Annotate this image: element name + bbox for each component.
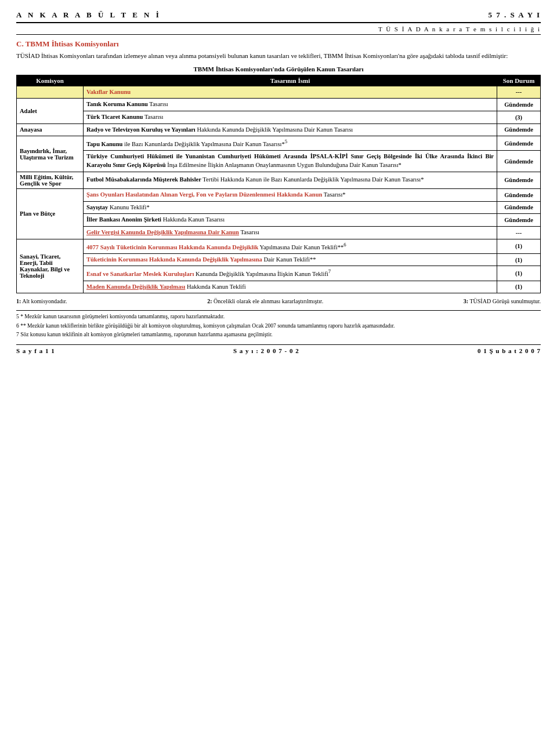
durum-cell: (1): [497, 239, 541, 253]
durum-cell: ---: [497, 86, 541, 99]
tasari-bold: Futbol Müsabakalarında Müşterek Bahisler: [86, 176, 201, 183]
durum-cell: (1): [497, 281, 541, 293]
legend-text3: TÜSİAD Görüşü sunulmuştur.: [469, 298, 541, 304]
table-row: Vakıflar Kanunu ---: [17, 86, 541, 99]
durum-cell: Gündemde: [497, 188, 541, 201]
tasari-cell: Türk Ticaret Kanunu Tasarısı: [84, 111, 497, 123]
table-row: Plan ve Bütçe Şans Oyunları Hasılatından…: [17, 188, 541, 201]
legend-item1: 1: Alt komisyondadır.: [16, 298, 67, 304]
col-komisyon: Komisyon: [17, 75, 84, 86]
vakiflar-label: Vakıflar Kanunu: [86, 89, 131, 95]
tasari-red: Şans Oyunları Hasılatından Alınan Vergi,…: [86, 191, 322, 198]
sub-header: T Ü S İ A D A n k a r a T e m s i l c i …: [16, 26, 541, 35]
tasari-bold: Radyo ve Televizyon Kuruluş ve Yayınları: [86, 126, 196, 133]
tasari-cell: Futbol Müsabakalarında Müşterek Bahisler…: [84, 172, 497, 188]
legend-text1: Alt komisyondadır.: [22, 298, 67, 304]
table-row: Milli Eğitim, Kültür, Gençlik ve Spor Fu…: [17, 172, 541, 188]
table-row: Sayıştay Kanunu Teklifi* Gündemde: [17, 201, 541, 214]
footer-left: S a y f a 1 1: [16, 347, 55, 354]
table-row: Adalet Tanık Koruma Kanunu Tasarısı Günd…: [17, 99, 541, 111]
durum-cell: Gündemde: [497, 136, 541, 151]
legend-num2: 2:: [207, 298, 212, 304]
main-table: Komisyon Tasarının İsmi Son Durum Vakıfl…: [16, 75, 541, 294]
top-header: A N K A R A B Ü L T E N İ 5 7 . S A Y I: [16, 10, 541, 23]
table-row: Anayasa Radyo ve Televizyon Kuruluş ve Y…: [17, 123, 541, 136]
tasari-cell: 4077 Sayılı Tüketicinin Korunması Hakkın…: [84, 239, 497, 253]
tasari-red-underline: Gelir Vergisi Kanunda Değişiklik Yapılma…: [86, 229, 239, 235]
footer-center: S a y ı : 2 0 0 7 - 0 2: [233, 347, 299, 354]
tasari-cell: Maden Kanunda Değişiklik Yapılması Hakkı…: [84, 281, 497, 293]
legend-item2: 2: Öncelikli olarak ele alınması kararla…: [207, 298, 323, 304]
footnotes: 5 * Mezkûr kanun tasarısının görüşmeleri…: [16, 310, 541, 339]
table-row: Gelir Vergisi Kanunda Değişiklik Yapılma…: [17, 226, 541, 239]
footer-right: 0 1 Ş u b a t 2 0 0 7: [478, 347, 541, 354]
tasari-red: Tüketicinin Korunması Hakkında Kanunda D…: [86, 256, 262, 263]
table-row: Esnaf ve Sanatkarlar Meslek Kuruluşları …: [17, 266, 541, 281]
komisyon-cell: Adalet: [17, 99, 84, 123]
table-row: Sanayi, Ticaret, Enerji, Tabii Kaynaklar…: [17, 239, 541, 253]
tasari-red: 4077 Sayılı Tüketicinin Korunması Hakkın…: [86, 243, 258, 250]
table-row: Türkiye Cumhuriyeti Hükümeti ile Yunanis…: [17, 151, 541, 172]
tasari-bold: İller Bankası Anonim Şirketi: [86, 216, 161, 223]
section-title: C. TBMM İhtisas Komisyonları: [16, 39, 541, 49]
durum-cell: Gündemde: [497, 201, 541, 214]
durum-cell: Gündemde: [497, 214, 541, 227]
legend-item3: 3: TÜSİAD Görüşü sunulmuştur.: [464, 298, 541, 304]
tasari-red: Esnaf ve Sanatkarlar Meslek Kuruluşları: [86, 271, 194, 277]
tasari-cell: Gelir Vergisi Kanunda Değişiklik Yapılma…: [84, 226, 497, 239]
tasari-cell: Tanık Koruma Kanunu Tasarısı: [84, 99, 497, 111]
tasari-bold: Sayıştay: [86, 204, 108, 210]
tasari-cell: İller Bankası Anonim Şirketi Hakkında Ka…: [84, 214, 497, 227]
table-title: TBMM İhtisas Komisyonları'nda Görüşülen …: [16, 66, 541, 72]
tasari-cell: Vakıflar Kanunu: [84, 86, 497, 99]
tasari-bold: Tanık Koruma Kanunu: [86, 101, 148, 107]
tasari-cell: Esnaf ve Sanatkarlar Meslek Kuruluşları …: [84, 266, 497, 281]
footnote-6: 6 ** Mezkûr kanun tekliflerinin birlikte…: [16, 322, 541, 330]
tasari-cell: Şans Oyunları Hasılatından Alınan Vergi,…: [84, 188, 497, 201]
komisyon-cell: [17, 86, 84, 99]
tasari-bold: Türk Ticaret Kanunu: [86, 114, 143, 120]
komisyon-cell: Plan ve Bütçe: [17, 188, 84, 239]
durum-cell: Gündemde: [497, 99, 541, 111]
durum-cell: Gündemde: [497, 172, 541, 188]
durum-cell: Gündemde: [497, 151, 541, 172]
legend-num1: 1:: [16, 298, 21, 304]
col-durum: Son Durum: [497, 75, 541, 86]
table-row: Tüketicinin Korunması Hakkında Kanunda D…: [17, 253, 541, 266]
page: A N K A R A B Ü L T E N İ 5 7 . S A Y I …: [0, 0, 557, 756]
footnote-5: 5 * Mezkûr kanun tasarısının görüşmeleri…: [16, 313, 541, 321]
tasari-cell: Sayıştay Kanunu Teklifi*: [84, 201, 497, 214]
tasari-bold: Tapu Kanunu: [86, 141, 122, 147]
table-row: İller Bankası Anonim Şirketi Hakkında Ka…: [17, 214, 541, 227]
table-header-row: Komisyon Tasarının İsmi Son Durum: [17, 75, 541, 86]
tasari-cell: Tüketicinin Korunması Hakkında Kanunda D…: [84, 253, 497, 266]
durum-cell: (1): [497, 253, 541, 266]
footnote-7: 7 Söz konusu kanun teklifinin alt komisy…: [16, 331, 541, 339]
tasari-cell: Radyo ve Televizyon Kuruluş ve Yayınları…: [84, 123, 497, 136]
komisyon-cell: Anayasa: [17, 123, 84, 136]
table-row: Maden Kanunda Değişiklik Yapılması Hakkı…: [17, 281, 541, 293]
table-row: Bayındırlık, İmar, Ulaştırma ve Turizm T…: [17, 136, 541, 151]
durum-cell: (1): [497, 266, 541, 281]
durum-cell: Gündemde: [497, 123, 541, 136]
legend: 1: Alt komisyondadır. 2: Öncelikli olara…: [16, 298, 541, 304]
durum-cell: ---: [497, 226, 541, 239]
tasari-bold: Türkiye Cumhuriyeti Hükümeti ile Yunanis…: [86, 153, 494, 168]
komisyon-cell: Milli Eğitim, Kültür, Gençlik ve Spor: [17, 172, 84, 188]
bottom-footer: S a y f a 1 1 S a y ı : 2 0 0 7 - 0 2 0 …: [16, 344, 541, 354]
tasari-cell: Tapu Kanunu ile Bazı Kanunlarda Değişikl…: [84, 136, 497, 151]
tasari-cell: Türkiye Cumhuriyeti Hükümeti ile Yunanis…: [84, 151, 497, 172]
durum-cell: (3): [497, 111, 541, 123]
komisyon-cell: Sanayi, Ticaret, Enerji, Tabii Kaynaklar…: [17, 239, 84, 293]
intro-text: TÜSİAD İhtisas Komisyonları tarafından i…: [16, 51, 541, 61]
legend-num3: 3:: [464, 298, 468, 304]
komisyon-cell: Bayındırlık, İmar, Ulaştırma ve Turizm: [17, 136, 84, 172]
header-left: A N K A R A B Ü L T E N İ: [16, 10, 161, 20]
header-right: 5 7 . S A Y I: [489, 10, 541, 20]
table-row: Türk Ticaret Kanunu Tasarısı (3): [17, 111, 541, 123]
tasari-red-underline: Maden Kanunda Değişiklik Yapılması: [86, 284, 185, 290]
col-tasari: Tasarının İsmi: [84, 75, 497, 86]
legend-text2: Öncelikli olarak ele alınması kararlaştı…: [214, 298, 323, 304]
